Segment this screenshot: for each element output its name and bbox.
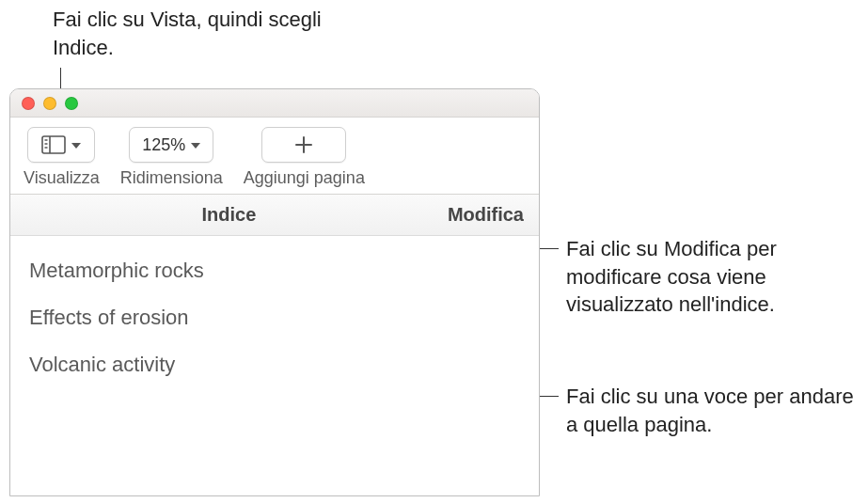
window-controls (22, 97, 78, 110)
add-page-tool: Aggiungi pagina (244, 127, 365, 188)
zoom-tool: 125% Ridimensiona (120, 127, 223, 188)
zoom-button[interactable]: 125% (129, 127, 213, 163)
view-tool: Visualizza (24, 127, 100, 188)
add-page-label: Aggiungi pagina (244, 168, 365, 188)
sidebar-icon (41, 135, 66, 154)
toc-title: Indice (10, 204, 448, 226)
chevron-down-icon (71, 143, 81, 149)
callout-entry: Fai clic su una voce per andare a quella… (566, 383, 867, 438)
toc-edit-button[interactable]: Modifica (448, 204, 524, 226)
plus-icon (293, 134, 314, 155)
svg-rect-0 (42, 136, 65, 153)
callout-edit: Fai clic su Modifica per modificare cosa… (566, 235, 867, 319)
callout-top: Fai clic su Vista, quindi scegli Indice. (53, 6, 335, 61)
app-window: Visualizza 125% Ridimensiona Aggiungi pa… (9, 88, 540, 496)
toc-panel-header: Indice Modifica (10, 195, 539, 236)
close-window-button[interactable] (22, 97, 35, 110)
toc-item[interactable]: Effects of erosion (10, 294, 539, 341)
toolbar: Visualizza 125% Ridimensiona Aggiungi pa… (10, 118, 539, 195)
chevron-down-icon (191, 143, 200, 149)
zoom-label: Ridimensiona (120, 168, 223, 188)
toc-list: Metamorphic rocks Effects of erosion Vol… (10, 236, 539, 400)
add-page-button[interactable] (261, 127, 346, 163)
toc-item[interactable]: Metamorphic rocks (10, 247, 539, 294)
view-label: Visualizza (24, 168, 100, 188)
view-button[interactable] (27, 127, 95, 163)
titlebar (10, 89, 539, 118)
toc-item[interactable]: Volcanic activity (10, 341, 539, 388)
minimize-window-button[interactable] (43, 97, 56, 110)
zoom-value: 125% (142, 135, 185, 155)
zoom-window-button[interactable] (65, 97, 78, 110)
